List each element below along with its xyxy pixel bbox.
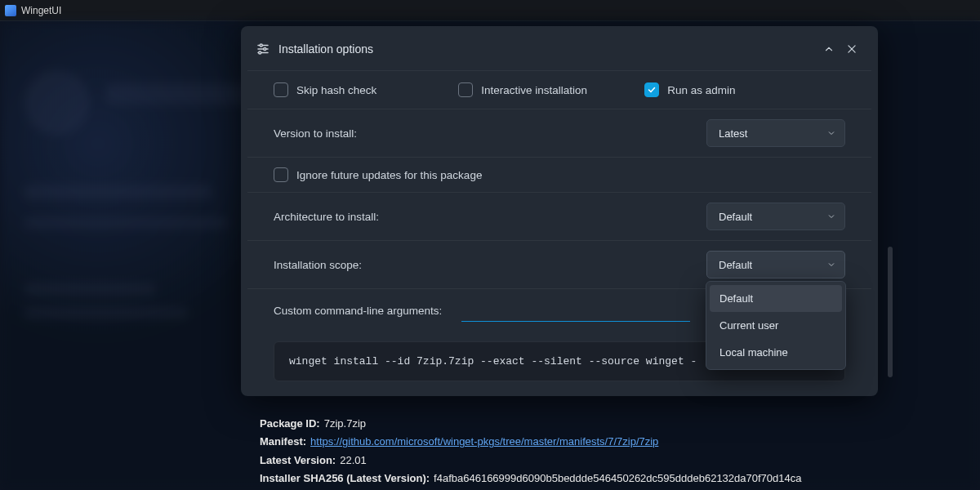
command-text: winget install --id 7zip.7zip --exact --…: [289, 355, 697, 368]
latest-version-label: Latest Version:: [260, 452, 336, 470]
manifest-link[interactable]: https://github.com/microsoft/winget-pkgs…: [310, 433, 658, 451]
scope-dropdown: Default Current user Local machine: [706, 281, 846, 370]
checkbox-label: Skip hash check: [296, 84, 376, 96]
select-value: Default: [719, 259, 752, 271]
titlebar: WingetUI: [0, 0, 980, 21]
svg-point-5: [259, 51, 261, 54]
scope-option-local-machine[interactable]: Local machine: [710, 339, 842, 366]
select-value: Latest: [719, 127, 747, 140]
sha-value: f4afba646166999d6090b5beddde546450262dc5…: [434, 470, 801, 488]
scope-select[interactable]: Default Default Current user Local machi…: [706, 251, 845, 278]
interactive-install-checkbox[interactable]: Interactive installation: [458, 82, 587, 97]
panel-title: Installation options: [278, 42, 373, 56]
checkbox-box: [644, 82, 659, 97]
architecture-select[interactable]: Default: [706, 203, 845, 230]
chevron-down-icon: [826, 212, 836, 221]
custom-args-label: Custom command-line arguments:: [274, 305, 442, 317]
scope-row: Installation scope: Default Default Curr…: [241, 241, 878, 288]
scope-label: Installation scope:: [274, 259, 362, 271]
ignore-updates-checkbox[interactable]: Ignore future updates for this package: [274, 167, 482, 182]
collapse-button[interactable]: [817, 38, 840, 60]
sliders-icon: [256, 42, 270, 56]
run-as-admin-checkbox[interactable]: Run as admin: [644, 82, 735, 97]
ignore-updates-row: Ignore future updates for this package: [241, 158, 878, 192]
checkbox-row: Skip hash check Interactive installation…: [241, 71, 878, 109]
package-id-value: 7zip.7zip: [324, 415, 366, 433]
svg-point-1: [260, 44, 262, 47]
version-row: Version to install: Latest: [241, 109, 878, 157]
manifest-label: Manifest:: [260, 433, 306, 451]
app-title: WingetUI: [21, 5, 61, 16]
installation-options-panel: Installation options Skip hash check Int…: [241, 26, 878, 396]
svg-point-3: [264, 48, 266, 51]
skip-hash-check-checkbox[interactable]: Skip hash check: [274, 82, 376, 97]
checkbox-label: Run as admin: [667, 84, 735, 96]
package-details: Package ID: 7zip.7zip Manifest: https://…: [260, 415, 801, 488]
latest-version-value: 22.01: [340, 452, 367, 470]
sha-label: Installer SHA256 (Latest Version):: [260, 470, 430, 488]
architecture-label: Architecture to install:: [274, 211, 379, 223]
select-value: Default: [719, 211, 752, 223]
version-select[interactable]: Latest: [706, 119, 845, 147]
app-icon: [5, 5, 16, 16]
panel-header: Installation options: [241, 26, 878, 70]
checkbox-box: [274, 82, 288, 97]
architecture-row: Architecture to install: Default: [241, 193, 878, 240]
close-button[interactable]: [840, 38, 863, 60]
checkbox-box: [458, 82, 473, 97]
custom-args-input[interactable]: [461, 299, 690, 322]
checkbox-box: [274, 167, 288, 182]
checkbox-label: Ignore future updates for this package: [296, 169, 482, 181]
checkbox-label: Interactive installation: [481, 84, 587, 96]
chevron-down-icon: [826, 128, 836, 138]
chevron-down-icon: [826, 260, 836, 270]
scope-option-current-user[interactable]: Current user: [710, 312, 842, 339]
version-label: Version to install:: [274, 127, 357, 140]
panel-scrollbar[interactable]: [888, 247, 893, 377]
scope-option-default[interactable]: Default: [710, 285, 842, 312]
package-id-label: Package ID:: [260, 415, 320, 433]
